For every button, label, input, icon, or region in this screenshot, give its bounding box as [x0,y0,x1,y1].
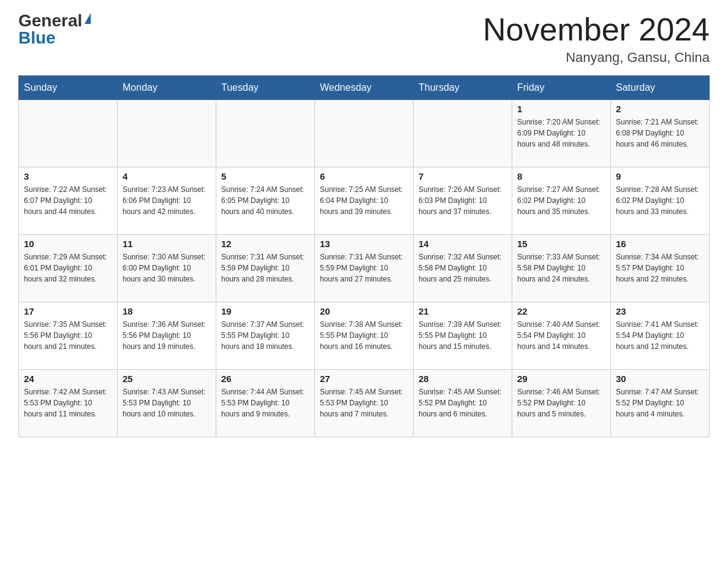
calendar-cell: 11Sunrise: 7:30 AM Sunset: 6:00 PM Dayli… [118,235,216,302]
calendar-cell: 9Sunrise: 7:28 AM Sunset: 6:02 PM Daylig… [611,167,710,235]
day-number: 11 [123,239,211,249]
day-number: 14 [419,239,507,249]
week-row-1: 1Sunrise: 7:20 AM Sunset: 6:09 PM Daylig… [19,100,710,167]
day-number: 7 [419,171,507,182]
day-number: 4 [123,171,211,182]
calendar-cell: 1Sunrise: 7:20 AM Sunset: 6:09 PM Daylig… [512,100,611,167]
calendar-cell [315,100,414,167]
day-number: 2 [616,104,704,114]
day-number: 26 [221,373,309,384]
day-info: Sunrise: 7:44 AM Sunset: 5:53 PM Dayligh… [221,386,309,419]
calendar-cell: 25Sunrise: 7:43 AM Sunset: 5:53 PM Dayli… [118,370,216,437]
calendar-cell: 4Sunrise: 7:23 AM Sunset: 6:06 PM Daylig… [118,167,216,235]
day-number: 9 [616,171,704,182]
logo-general-text: General [18,12,82,29]
calendar-cell: 12Sunrise: 7:31 AM Sunset: 5:59 PM Dayli… [216,235,315,302]
header-cell-wednesday: Wednesday [315,76,414,100]
calendar-cell: 8Sunrise: 7:27 AM Sunset: 6:02 PM Daylig… [512,167,611,235]
calendar-cell: 23Sunrise: 7:41 AM Sunset: 5:54 PM Dayli… [611,302,710,370]
day-info: Sunrise: 7:31 AM Sunset: 5:59 PM Dayligh… [320,251,408,285]
logo-triangle-icon [85,13,91,24]
day-info: Sunrise: 7:32 AM Sunset: 5:58 PM Dayligh… [419,251,507,285]
day-info: Sunrise: 7:45 AM Sunset: 5:53 PM Dayligh… [320,386,408,419]
week-row-2: 3Sunrise: 7:22 AM Sunset: 6:07 PM Daylig… [19,167,710,235]
header-cell-sunday: Sunday [19,76,118,100]
calendar-cell: 16Sunrise: 7:34 AM Sunset: 5:57 PM Dayli… [611,235,710,302]
day-number: 16 [616,239,704,249]
day-info: Sunrise: 7:23 AM Sunset: 6:06 PM Dayligh… [123,184,211,217]
header-cell-saturday: Saturday [611,76,710,100]
title-area: November 2024 Nanyang, Gansu, China [483,12,710,66]
day-info: Sunrise: 7:41 AM Sunset: 5:54 PM Dayligh… [616,319,704,352]
day-info: Sunrise: 7:38 AM Sunset: 5:55 PM Dayligh… [320,319,408,352]
calendar-cell [19,100,118,167]
day-info: Sunrise: 7:27 AM Sunset: 6:02 PM Dayligh… [517,184,605,217]
day-number: 6 [320,171,408,182]
calendar-cell: 13Sunrise: 7:31 AM Sunset: 5:59 PM Dayli… [315,235,414,302]
day-number: 19 [221,306,309,316]
calendar-cell [118,100,216,167]
day-info: Sunrise: 7:28 AM Sunset: 6:02 PM Dayligh… [616,184,704,217]
day-info: Sunrise: 7:25 AM Sunset: 6:04 PM Dayligh… [320,184,408,217]
week-row-3: 10Sunrise: 7:29 AM Sunset: 6:01 PM Dayli… [19,235,710,302]
calendar-cell: 24Sunrise: 7:42 AM Sunset: 5:53 PM Dayli… [19,370,118,437]
calendar-cell: 18Sunrise: 7:36 AM Sunset: 5:56 PM Dayli… [118,302,216,370]
day-info: Sunrise: 7:22 AM Sunset: 6:07 PM Dayligh… [24,184,112,217]
day-info: Sunrise: 7:40 AM Sunset: 5:54 PM Dayligh… [517,319,605,352]
calendar-cell: 3Sunrise: 7:22 AM Sunset: 6:07 PM Daylig… [19,167,118,235]
day-number: 17 [24,306,112,316]
day-info: Sunrise: 7:37 AM Sunset: 5:55 PM Dayligh… [221,319,309,352]
day-number: 24 [24,373,112,384]
day-number: 23 [616,306,704,316]
calendar-cell: 10Sunrise: 7:29 AM Sunset: 6:01 PM Dayli… [19,235,118,302]
week-row-4: 17Sunrise: 7:35 AM Sunset: 5:56 PM Dayli… [19,302,710,370]
calendar-title: November 2024 [483,12,710,47]
day-number: 25 [123,373,211,384]
day-info: Sunrise: 7:26 AM Sunset: 6:03 PM Dayligh… [419,184,507,217]
day-info: Sunrise: 7:39 AM Sunset: 5:55 PM Dayligh… [419,319,507,352]
day-number: 1 [517,104,605,114]
calendar-cell: 19Sunrise: 7:37 AM Sunset: 5:55 PM Dayli… [216,302,315,370]
day-number: 8 [517,171,605,182]
day-info: Sunrise: 7:43 AM Sunset: 5:53 PM Dayligh… [123,386,211,419]
day-number: 5 [221,171,309,182]
day-number: 18 [123,306,211,316]
day-info: Sunrise: 7:36 AM Sunset: 5:56 PM Dayligh… [123,319,211,352]
calendar-cell: 22Sunrise: 7:40 AM Sunset: 5:54 PM Dayli… [512,302,611,370]
day-info: Sunrise: 7:21 AM Sunset: 6:08 PM Dayligh… [616,117,704,150]
calendar-cell: 14Sunrise: 7:32 AM Sunset: 5:58 PM Dayli… [414,235,512,302]
header: General Blue November 2024 Nanyang, Gans… [18,12,710,66]
day-info: Sunrise: 7:46 AM Sunset: 5:52 PM Dayligh… [517,386,605,419]
calendar-cell: 17Sunrise: 7:35 AM Sunset: 5:56 PM Dayli… [19,302,118,370]
day-number: 27 [320,373,408,384]
logo: General Blue [18,12,91,47]
day-info: Sunrise: 7:47 AM Sunset: 5:52 PM Dayligh… [616,386,704,419]
day-info: Sunrise: 7:45 AM Sunset: 5:52 PM Dayligh… [419,386,507,419]
header-cell-friday: Friday [512,76,611,100]
header-cell-tuesday: Tuesday [216,76,315,100]
header-row: SundayMondayTuesdayWednesdayThursdayFrid… [19,76,710,100]
day-info: Sunrise: 7:20 AM Sunset: 6:09 PM Dayligh… [517,117,605,150]
calendar-cell: 28Sunrise: 7:45 AM Sunset: 5:52 PM Dayli… [414,370,512,437]
calendar-cell: 5Sunrise: 7:24 AM Sunset: 6:05 PM Daylig… [216,167,315,235]
calendar-cell: 2Sunrise: 7:21 AM Sunset: 6:08 PM Daylig… [611,100,710,167]
day-number: 12 [221,239,309,249]
calendar-cell [414,100,512,167]
day-number: 13 [320,239,408,249]
calendar-cell: 21Sunrise: 7:39 AM Sunset: 5:55 PM Dayli… [414,302,512,370]
calendar-cell: 7Sunrise: 7:26 AM Sunset: 6:03 PM Daylig… [414,167,512,235]
day-info: Sunrise: 7:24 AM Sunset: 6:05 PM Dayligh… [221,184,309,217]
calendar-cell: 26Sunrise: 7:44 AM Sunset: 5:53 PM Dayli… [216,370,315,437]
header-cell-monday: Monday [118,76,216,100]
header-cell-thursday: Thursday [414,76,512,100]
calendar-cell: 6Sunrise: 7:25 AM Sunset: 6:04 PM Daylig… [315,167,414,235]
day-number: 30 [616,373,704,384]
calendar-subtitle: Nanyang, Gansu, China [483,50,710,66]
day-info: Sunrise: 7:29 AM Sunset: 6:01 PM Dayligh… [24,251,112,285]
day-info: Sunrise: 7:31 AM Sunset: 5:59 PM Dayligh… [221,251,309,285]
day-info: Sunrise: 7:35 AM Sunset: 5:56 PM Dayligh… [24,319,112,352]
day-number: 10 [24,239,112,249]
day-info: Sunrise: 7:42 AM Sunset: 5:53 PM Dayligh… [24,386,112,419]
day-info: Sunrise: 7:30 AM Sunset: 6:00 PM Dayligh… [123,251,211,285]
calendar-cell [216,100,315,167]
